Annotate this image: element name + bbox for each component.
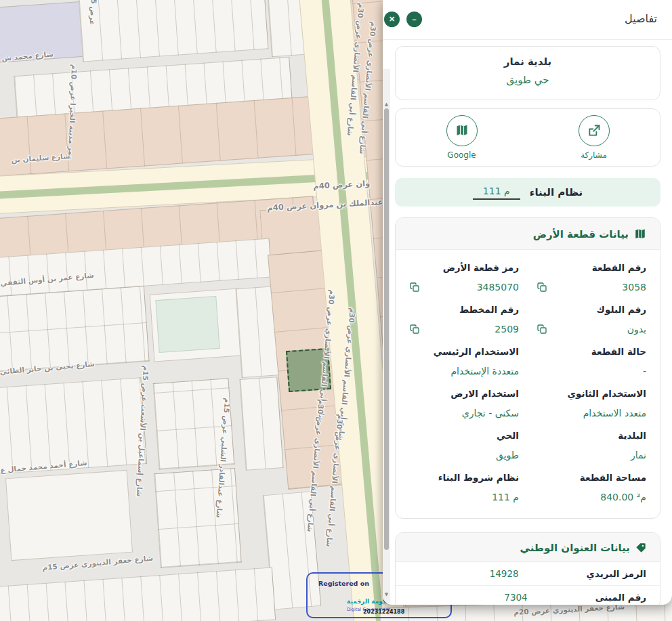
panel-header: تفاصيل ✕ − bbox=[383, 0, 672, 40]
parcel-block bbox=[77, 0, 268, 62]
map-icon bbox=[634, 228, 646, 240]
field-label: الاستخدام الرئيسي bbox=[409, 346, 519, 357]
scrollbar-thumb[interactable] bbox=[384, 108, 389, 550]
field-value: م 111 bbox=[492, 492, 519, 502]
parcel-block bbox=[239, 377, 283, 471]
field-label: الحي bbox=[409, 430, 519, 441]
panel-content: بلدية نمار حي طويق مشاركة bbox=[383, 39, 672, 605]
copy-icon[interactable] bbox=[409, 324, 420, 335]
parcel-field: رقم البلوكبدون bbox=[537, 304, 646, 335]
parcel-data-section: بيانات قطعة الأرض رقم القطعة3058رمز قطعة… bbox=[395, 217, 660, 519]
parcel-field: استخدام الارضسكنى - تجاري bbox=[409, 388, 519, 419]
scroll-up-icon[interactable]: ▲ bbox=[383, 102, 390, 107]
building-system-value: م 111 bbox=[473, 186, 520, 200]
parcel-field: رمز قطعة الأرض3485070 bbox=[409, 262, 519, 293]
panel-title: تفاصيل bbox=[625, 12, 657, 25]
google-label: Google bbox=[447, 150, 476, 160]
field-value: نمار bbox=[631, 450, 646, 461]
street-label: شارع حسن bbox=[0, 497, 2, 538]
building-system-label: نظام البناء bbox=[530, 186, 583, 198]
building-system-banner: نظام البناء م 111 bbox=[395, 178, 660, 207]
parcel-block bbox=[0, 567, 276, 621]
app-window: شارع محمد شعرض 15مممر مدينة الخبرا عرض 1… bbox=[0, 0, 672, 621]
parcel-field: رقم المخطط2509 bbox=[409, 304, 519, 335]
parcel-fields-grid: رقم القطعة3058رمز قطعة الأرض3485070رقم ا… bbox=[396, 250, 660, 518]
parcel-field: البلديةنمار bbox=[537, 430, 646, 461]
field-label: مساحة القطعة bbox=[537, 472, 646, 483]
parcel-field: الحيطويق bbox=[409, 430, 519, 461]
parcel-block bbox=[5, 470, 133, 561]
google-maps-icon bbox=[446, 115, 478, 146]
field-label: حالة القطعة bbox=[537, 346, 646, 357]
field-label: رقم البلوك bbox=[537, 304, 646, 315]
parcel-field: مساحة القطعة840.00 م² bbox=[537, 472, 646, 503]
details-panel: تفاصيل ✕ − بلدية نمار حي طويق مشاركة bbox=[383, 0, 672, 605]
close-button[interactable]: ✕ bbox=[384, 12, 400, 27]
copy-icon[interactable] bbox=[537, 324, 547, 335]
parcel-block bbox=[0, 286, 150, 372]
copy-icon[interactable] bbox=[537, 282, 547, 293]
google-maps-button[interactable]: Google bbox=[396, 109, 528, 166]
field-label: استخدام الارض bbox=[409, 388, 519, 399]
address-field-row: الرمز البريدي14928 bbox=[396, 562, 660, 585]
national-address-section: بيانات العنوان الوطني الرمز البريدي14928… bbox=[395, 532, 660, 605]
parcel-field: الاستخدام الثانويمتعدد الاستخدام bbox=[537, 388, 646, 419]
field-value: سكنى - تجاري bbox=[462, 408, 519, 419]
parcel-block bbox=[154, 468, 241, 568]
field-label: رقم المبنى bbox=[595, 592, 646, 603]
field-label: رقم المخطط bbox=[409, 304, 519, 315]
parcel-field: نظام شروط البناءم 111 bbox=[409, 472, 519, 503]
share-label: مشاركة bbox=[581, 150, 607, 160]
field-label: رقم القطعة bbox=[537, 262, 646, 273]
municipality-title: بلدية نمار bbox=[396, 56, 660, 68]
scroll-down-icon[interactable]: ▼ bbox=[383, 592, 390, 597]
panel-scrollbar[interactable]: ▲ ▼ bbox=[383, 69, 390, 603]
watermark-number: 20231224188 bbox=[363, 609, 404, 615]
share-button[interactable]: مشاركة bbox=[528, 109, 660, 166]
field-label: رمز قطعة الأرض bbox=[409, 262, 519, 273]
watermark-registered-on: Registered on bbox=[318, 580, 369, 587]
parcel-section-title: بيانات قطعة الأرض bbox=[533, 228, 629, 240]
location-card: بلدية نمار حي طويق bbox=[395, 46, 660, 100]
district-subtitle: حي طويق bbox=[396, 74, 660, 86]
minimize-button[interactable]: − bbox=[406, 12, 422, 27]
parcel-field: رقم القطعة3058 bbox=[537, 262, 646, 293]
parcel-section-header: بيانات قطعة الأرض bbox=[396, 218, 660, 250]
field-value: متعددة الإستخدام bbox=[450, 366, 519, 377]
field-value: بدون bbox=[627, 324, 646, 335]
field-value: متعدد الاستخدام bbox=[583, 408, 646, 419]
parcel-block-green bbox=[155, 296, 219, 353]
field-value: 3058 bbox=[622, 282, 646, 293]
field-value: طويق bbox=[496, 450, 519, 461]
address-fields: الرمز البريدي14928رقم المبنى7304 bbox=[396, 562, 660, 605]
parcel-field: الاستخدام الرئيسيمتعددة الإستخدام bbox=[409, 346, 519, 377]
field-value: 7304 bbox=[504, 592, 527, 603]
field-label: البلدية bbox=[537, 430, 646, 441]
field-value: 2509 bbox=[495, 324, 519, 335]
address-section-title: بيانات العنوان الوطني bbox=[520, 542, 631, 554]
field-label: الرمز البريدي bbox=[587, 568, 646, 579]
copy-icon[interactable] bbox=[409, 282, 420, 293]
address-section-header: بيانات العنوان الوطني bbox=[396, 533, 660, 562]
field-label: الاستخدام الثانوي bbox=[537, 388, 646, 399]
address-field-row: رقم المبنى7304 bbox=[396, 585, 660, 605]
field-label: نظام شروط البناء bbox=[409, 472, 519, 483]
field-value: 840.00 م² bbox=[600, 492, 646, 502]
actions-card: مشاركة Google bbox=[395, 108, 660, 167]
parcel-field: حالة القطعة- bbox=[537, 346, 646, 377]
field-value: 3485070 bbox=[477, 282, 519, 293]
field-value: - bbox=[643, 366, 646, 377]
share-icon bbox=[579, 115, 610, 146]
tag-icon bbox=[635, 542, 646, 553]
field-value: 14928 bbox=[490, 568, 519, 579]
